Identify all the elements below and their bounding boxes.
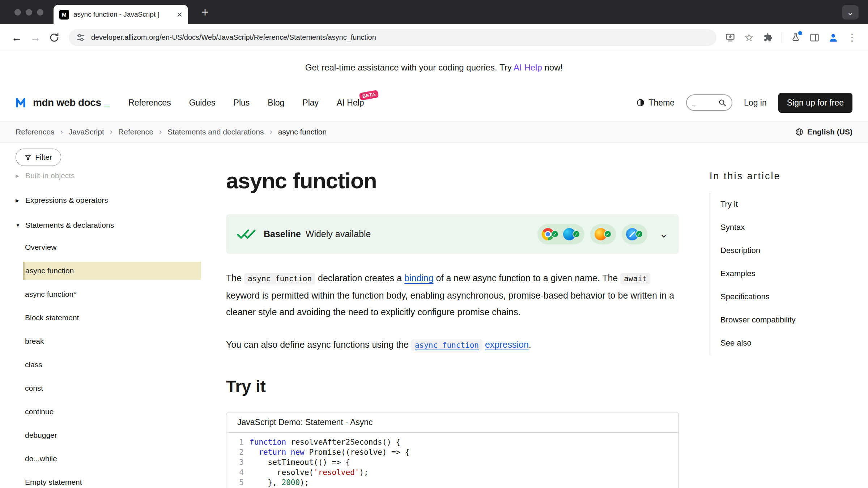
breadcrumb-statements-and-declarations[interactable]: Statements and declarations bbox=[167, 128, 264, 136]
promo-text: Get real-time assistance with your codin… bbox=[305, 63, 563, 73]
window-minimize-button[interactable] bbox=[26, 9, 32, 16]
sidebar-item-debugger[interactable]: debugger bbox=[16, 423, 216, 447]
signup-button[interactable]: Sign up for free bbox=[778, 93, 852, 113]
side-panel-button[interactable] bbox=[807, 30, 822, 46]
sidebar-section-label: Expressions & operators bbox=[25, 196, 108, 205]
back-button[interactable]: ← bbox=[8, 29, 25, 46]
language-switcher[interactable]: English (US) bbox=[795, 128, 852, 136]
nav-item-plus[interactable]: Plus bbox=[234, 98, 250, 108]
sidebar-item-async-function[interactable]: async function bbox=[16, 259, 216, 282]
docs-sidebar: Filter ▶Built-in objects▶Expressions & o… bbox=[0, 143, 216, 488]
breadcrumb-async-function[interactable]: async function bbox=[278, 128, 327, 136]
code-editor[interactable]: 1function resolveAfter2Seconds() {2 retu… bbox=[226, 433, 678, 488]
sidebar-item-continue[interactable]: continue bbox=[16, 400, 216, 423]
browser-tab[interactable]: M async function - JavaScript | × bbox=[54, 5, 188, 24]
window-controls bbox=[14, 9, 43, 16]
demo-title: JavaScript Demo: Statement - Async bbox=[226, 412, 678, 433]
text-run bbox=[482, 339, 485, 350]
link-expression[interactable]: expression bbox=[485, 339, 529, 350]
tab-search-button[interactable]: ⌄ bbox=[842, 5, 859, 20]
toc-item-try-it[interactable]: Try it bbox=[710, 193, 847, 216]
window-close-button[interactable] bbox=[14, 9, 21, 16]
code-token bbox=[286, 448, 291, 457]
bookmark-button[interactable]: ☆ bbox=[741, 30, 757, 46]
browser-support-pill: ✓ bbox=[622, 224, 647, 244]
sidebar-item-label: Overview bbox=[25, 243, 57, 252]
nav-item-references[interactable]: References bbox=[128, 98, 171, 108]
sidebar-item-empty-statement[interactable]: Empty statement bbox=[16, 470, 216, 488]
table-of-contents: In this article Try itSyntaxDescriptionE… bbox=[710, 143, 847, 488]
page-title: async function bbox=[226, 168, 679, 193]
code-link-async-function[interactable]: async function bbox=[411, 339, 482, 351]
profile-button[interactable] bbox=[825, 30, 841, 46]
header-actions: Theme _ Log in Sign up for free bbox=[636, 93, 852, 113]
nav-item-ai-help[interactable]: AI HelpBETA bbox=[337, 98, 364, 108]
sidebar-section-built-in-objects[interactable]: ▶Built-in objects bbox=[16, 170, 216, 181]
supported-check-icon: ✓ bbox=[573, 230, 580, 238]
code-content: function resolveAfter2Seconds() { bbox=[244, 437, 400, 447]
address-bar[interactable]: developer.allizom.org/en-US/docs/Web/Jav… bbox=[69, 29, 716, 46]
nav-item-play[interactable]: Play bbox=[302, 98, 319, 108]
logo-underscore: _ bbox=[104, 97, 110, 108]
link-binding[interactable]: binding bbox=[404, 273, 434, 283]
breadcrumb: References›JavaScript›Reference›Statemen… bbox=[16, 127, 327, 137]
sidebar-item-label: Empty statement bbox=[25, 478, 82, 487]
theme-icon bbox=[636, 98, 645, 107]
toc-item-description[interactable]: Description bbox=[710, 239, 847, 262]
sidebar-item-do-while[interactable]: do...while bbox=[16, 447, 216, 470]
toc-item-examples[interactable]: Examples bbox=[710, 262, 847, 285]
collapsed-arrow-icon: ▶ bbox=[16, 198, 22, 203]
article-paragraph: You can also define async functions usin… bbox=[226, 336, 679, 354]
browser-titlebar: M async function - JavaScript | × + ⌄ bbox=[0, 0, 868, 24]
toc-item-browser-compatibility[interactable]: Browser compatibility bbox=[710, 308, 847, 331]
theme-toggle[interactable]: Theme bbox=[636, 98, 675, 108]
browser-edge-support: ✓ bbox=[563, 228, 580, 240]
breadcrumb-javascript[interactable]: JavaScript bbox=[69, 128, 104, 136]
breadcrumb-references[interactable]: References bbox=[16, 128, 54, 136]
text-run: keyword is permitted within the function… bbox=[226, 290, 674, 317]
sidebar-item-overview[interactable]: Overview bbox=[16, 235, 216, 259]
sidebar-filter-button[interactable]: Filter bbox=[16, 149, 61, 166]
ai-help-promo-link[interactable]: AI Help bbox=[514, 63, 542, 72]
forward-button[interactable]: → bbox=[27, 29, 44, 46]
sidebar-item-const[interactable]: const bbox=[16, 376, 216, 400]
sidebar-item-class[interactable]: class bbox=[16, 353, 216, 376]
tab-close-icon[interactable]: × bbox=[177, 10, 182, 19]
toc-item-syntax[interactable]: Syntax bbox=[710, 216, 847, 239]
chevron-right-icon: › bbox=[159, 127, 162, 137]
baseline-expand-chevron-icon[interactable]: ⌄ bbox=[660, 228, 668, 240]
new-tab-button[interactable]: + bbox=[197, 4, 213, 20]
sidebar-item-block-statement[interactable]: Block statement bbox=[16, 306, 216, 329]
sidebar-item-label: continue bbox=[25, 407, 54, 416]
sidebar-section-expressions-operators[interactable]: ▶Expressions & operators bbox=[16, 194, 216, 206]
promo-suffix: now! bbox=[542, 63, 563, 72]
browser-safari-support: ✓ bbox=[626, 228, 643, 240]
toc-item-see-also[interactable]: See also bbox=[710, 331, 847, 355]
globe-icon bbox=[795, 128, 804, 136]
nav-item-blog[interactable]: Blog bbox=[268, 98, 284, 108]
site-controls-icon bbox=[76, 33, 85, 42]
sidebar-item-break[interactable]: break bbox=[16, 329, 216, 353]
sidebar-section-statements-declarations[interactable]: ▼Statements & declarations bbox=[16, 219, 216, 231]
baseline-banner: Baseline Widely available ✓✓✓✓ ⌄ bbox=[226, 214, 679, 254]
toc-title: In this article bbox=[710, 171, 847, 182]
locale-label: English (US) bbox=[807, 128, 852, 136]
search-labs-button[interactable] bbox=[788, 30, 804, 46]
toc-item-specifications[interactable]: Specifications bbox=[710, 285, 847, 308]
window-zoom-button[interactable] bbox=[37, 9, 43, 16]
sidebar-item-label: Block statement bbox=[25, 313, 79, 322]
nav-item-guides[interactable]: Guides bbox=[189, 98, 216, 108]
sidebar-item-label: const bbox=[25, 384, 43, 393]
extensions-button[interactable] bbox=[760, 30, 776, 46]
star-icon: ☆ bbox=[744, 31, 754, 44]
login-link[interactable]: Log in bbox=[744, 98, 767, 108]
site-search-input[interactable]: _ bbox=[686, 94, 732, 111]
install-app-button[interactable] bbox=[722, 30, 738, 46]
browser-menu-button[interactable]: ⋮ bbox=[844, 30, 860, 46]
search-cursor: _ bbox=[692, 97, 696, 106]
code-token: 2000 bbox=[282, 478, 300, 487]
mdn-logo[interactable]: mdn web docs_ bbox=[16, 97, 110, 108]
reload-button[interactable] bbox=[46, 29, 63, 46]
breadcrumb-reference[interactable]: Reference bbox=[118, 128, 153, 136]
sidebar-item-async-function[interactable]: async function* bbox=[16, 282, 216, 306]
